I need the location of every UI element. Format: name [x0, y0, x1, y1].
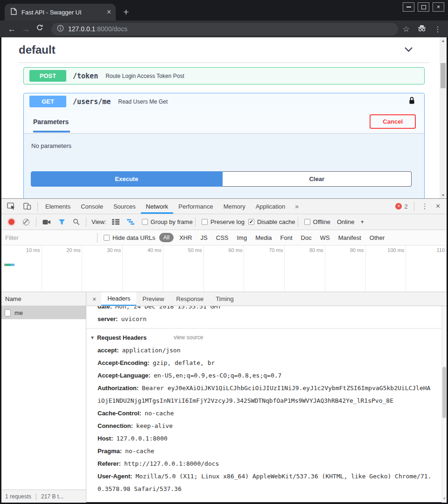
filter-type-js[interactable]: JS [201, 234, 208, 241]
filter-type-css[interactable]: CSS [216, 234, 229, 241]
execute-button[interactable]: Execute [31, 171, 223, 187]
throttling-dropdown-icon[interactable]: ▾ [354, 219, 367, 225]
tab-memory[interactable]: Memory [218, 199, 251, 214]
more-tabs-icon[interactable]: » [290, 203, 303, 210]
cancel-button[interactable]: Cancel [370, 114, 416, 129]
bookmark-star-icon[interactable]: ☆ [403, 24, 410, 34]
filter-type-ws[interactable]: WS [320, 234, 330, 241]
divider [195, 217, 196, 227]
timeline-tick: 100 ms [366, 245, 406, 292]
filter-input[interactable] [5, 232, 95, 243]
throttling-select[interactable]: Online [337, 218, 355, 225]
search-icon[interactable] [69, 218, 84, 225]
group-by-frame-checkbox[interactable] [142, 219, 148, 225]
filter-type-font[interactable]: Font [280, 234, 293, 241]
request-header-row: Pragmano-cache [90, 445, 433, 457]
no-parameters-text: No parameters [31, 142, 424, 149]
filter-type-all[interactable]: All [159, 233, 174, 242]
waterfall-icon[interactable] [123, 219, 138, 225]
view-list-icon[interactable] [108, 219, 123, 225]
timeline-tick: 50 ms [163, 245, 204, 292]
preserve-log-checkbox[interactable] [202, 219, 208, 225]
filter-type-doc[interactable]: Doc [301, 234, 312, 241]
opblock-post-header[interactable]: POST /token Route Login Access Token Pos… [24, 68, 424, 84]
details-close-icon[interactable]: × [87, 292, 101, 306]
devtools-close-icon[interactable]: × [433, 202, 445, 210]
tab-preview[interactable]: Preview [136, 292, 170, 306]
tab-headers[interactable]: Headers [101, 292, 136, 306]
opblock-get-header[interactable]: GET /users/me Read Users Me Get [24, 93, 424, 110]
headers-content: dateMon, 24 Dec 2018 15:55:51 GMT server… [86, 306, 447, 503]
filter-icon[interactable] [55, 219, 69, 225]
request-headers-title: Request Headers [97, 331, 147, 344]
network-overview-timeline[interactable]: 10 ms 20 ms 30 ms 40 ms 50 ms 60 ms 70 m… [1, 245, 447, 292]
browser-menu-icon[interactable]: ⋮ [434, 25, 441, 34]
window-minimize-button[interactable] [403, 2, 414, 12]
get-method-badge: GET [29, 96, 66, 107]
clear-requests-icon[interactable] [23, 219, 29, 225]
filter-type-media[interactable]: Media [255, 234, 272, 241]
offline-checkbox[interactable] [304, 219, 310, 225]
request-headers-section[interactable]: ▼ Request Headers view source [90, 331, 433, 344]
info-icon[interactable] [57, 25, 64, 34]
network-filterbar: Hide data URLs All XHR JS CSS Img Media … [1, 230, 447, 245]
tab-response[interactable]: Response [170, 292, 210, 306]
tab-network[interactable]: Network [141, 199, 174, 214]
details-scrollbar[interactable]: ▼ [441, 306, 447, 503]
browser-tab[interactable]: Fast API - Swagger UI × [5, 4, 116, 21]
tab-parameters[interactable]: Parameters [33, 110, 69, 133]
tab-timing[interactable]: Timing [210, 292, 240, 306]
name-column-header[interactable]: Name [1, 292, 86, 306]
back-button[interactable]: ← [5, 24, 19, 34]
request-header-row: AuthorizationBearer eyJ0eXAiOiJKV1QiLCJh… [90, 382, 433, 407]
file-icon [5, 309, 11, 316]
timeline-tick: 80 ms [285, 245, 325, 292]
address-bar[interactable]: 127.0.0.1:8000/docs [51, 23, 398, 35]
disclosure-triangle-icon[interactable]: ▼ [90, 331, 95, 344]
view-source-link[interactable]: view source [174, 331, 203, 344]
tab-sources[interactable]: Sources [108, 199, 141, 214]
tab-application[interactable]: Application [251, 199, 291, 214]
tab-close-icon[interactable]: × [107, 8, 111, 16]
response-header-row: serveruvicorn [90, 313, 433, 325]
scroll-down-icon[interactable]: ▼ [442, 495, 447, 502]
forward-button[interactable]: → [19, 24, 33, 34]
inspect-element-icon[interactable] [3, 203, 20, 210]
section-divider [86, 328, 447, 329]
device-toolbar-icon[interactable] [20, 203, 35, 210]
filter-type-xhr[interactable]: XHR [179, 234, 192, 241]
window-close-button[interactable]: × [433, 2, 444, 12]
filter-type-other[interactable]: Other [370, 234, 385, 241]
scroll-down-icon[interactable]: ▼ [440, 192, 447, 198]
page-scrollbar[interactable]: ▲ ▼ [440, 37, 447, 198]
capture-screenshots-icon[interactable] [39, 219, 55, 225]
filter-type-manifest[interactable]: Manifest [338, 234, 361, 241]
error-badge[interactable]: × 2 [395, 203, 411, 210]
request-row-me[interactable]: me [1, 306, 86, 319]
group-by-frame-label: Group by frame [151, 218, 193, 225]
browser-navbar: ← → 127.0.0.1:8000/docs ☆ ⋮ [0, 21, 448, 37]
scroll-up-icon[interactable]: ▲ [440, 37, 447, 44]
window-maximize-button[interactable] [418, 2, 429, 12]
new-tab-button[interactable]: + [123, 7, 129, 17]
tab-elements[interactable]: Elements [40, 199, 76, 214]
reload-button[interactable] [33, 24, 47, 34]
filter-type-img[interactable]: Img [237, 234, 247, 241]
request-header-row: Accept-Encodinggzip, deflate, br [90, 357, 433, 369]
divider [298, 217, 298, 227]
devtools-menu-icon[interactable]: ⋮ [417, 202, 433, 210]
lock-icon[interactable] [409, 97, 419, 106]
request-waterfall-bar [4, 264, 14, 266]
record-icon[interactable] [8, 219, 14, 225]
details-scrollbar-thumb[interactable] [442, 367, 446, 418]
disable-cache-checkbox[interactable]: ✓ [248, 219, 254, 225]
page-scrollbar-thumb[interactable] [441, 63, 446, 88]
divider [36, 493, 36, 500]
tab-console[interactable]: Console [76, 199, 108, 214]
clear-button[interactable]: Clear [223, 171, 412, 187]
tab-performance[interactable]: Performance [173, 199, 218, 214]
request-header-row: acceptapplication/json [90, 344, 433, 357]
chevron-down-icon[interactable] [404, 46, 413, 54]
hide-data-urls-checkbox[interactable] [104, 235, 110, 241]
network-main: Name me 1 requests 217 B t... × Headers … [1, 292, 447, 503]
